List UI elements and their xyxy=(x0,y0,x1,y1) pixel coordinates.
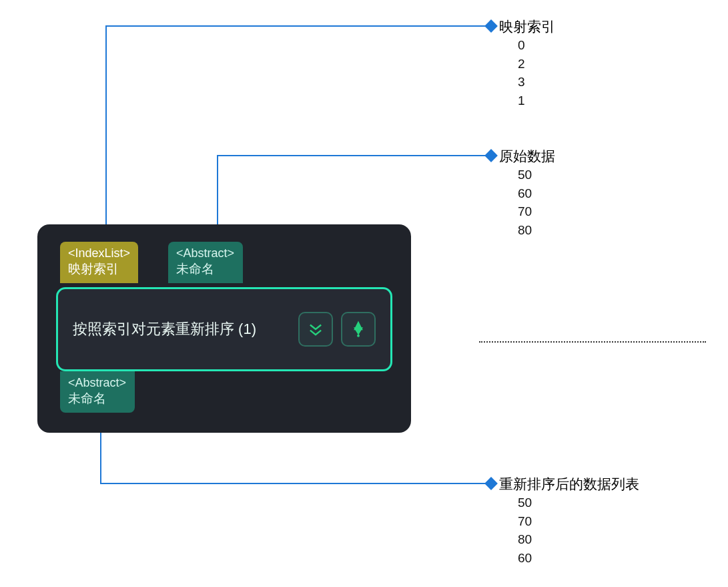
svg-point-2 xyxy=(357,335,360,337)
node-title: 按照索引对元素重新排序 (1) xyxy=(73,319,290,339)
output-tab-abstract[interactable]: <Abstract> 未命名 xyxy=(60,371,135,413)
connector-line xyxy=(105,25,107,241)
input-tab-type: <Abstract> xyxy=(176,246,235,261)
double-chevron-down-icon xyxy=(307,321,324,338)
diamond-marker-icon xyxy=(484,19,498,33)
callout-value: 1 xyxy=(518,91,555,110)
input-tab-type: <IndexList> xyxy=(68,246,130,261)
callout-value: 70 xyxy=(518,202,555,221)
callout-source: 原始数据 50 60 70 80 xyxy=(499,147,555,239)
callout-value: 50 xyxy=(518,166,555,184)
arrow-down-icon xyxy=(350,321,367,338)
connector-line xyxy=(105,25,490,27)
callout-value: 70 xyxy=(518,512,639,531)
callout-values: 0 2 3 1 xyxy=(518,36,555,110)
callout-value: 50 xyxy=(518,494,639,512)
input-tab-index-list[interactable]: <IndexList> 映射索引 xyxy=(60,242,138,283)
callout-value: 60 xyxy=(518,549,639,568)
output-tab-label: 未命名 xyxy=(68,391,127,407)
callout-values: 50 70 80 60 xyxy=(518,494,639,567)
diamond-marker-icon xyxy=(484,477,498,490)
callout-values: 50 60 70 80 xyxy=(518,166,555,239)
connector-line xyxy=(100,483,490,484)
callout-heading: 重新排序后的数据列表 xyxy=(499,475,639,494)
node-panel: <IndexList> 映射索引 <Abstract> 未命名 按照索引对元素重… xyxy=(37,224,411,433)
connector-line xyxy=(217,155,490,156)
diagram-canvas: <IndexList> 映射索引 <Abstract> 未命名 按照索引对元素重… xyxy=(0,0,728,587)
run-icon-button[interactable] xyxy=(341,312,376,347)
svg-marker-1 xyxy=(355,328,362,333)
expand-icon-button[interactable] xyxy=(298,312,333,347)
input-tab-label: 未命名 xyxy=(176,261,235,278)
input-tab-abstract[interactable]: <Abstract> 未命名 xyxy=(168,242,243,283)
callout-value: 3 xyxy=(518,73,555,91)
callout-heading: 原始数据 xyxy=(499,147,555,166)
output-tab-type: <Abstract> xyxy=(68,375,127,391)
input-tab-label: 映射索引 xyxy=(68,261,130,278)
callout-value: 80 xyxy=(518,221,555,240)
callout-heading: 映射索引 xyxy=(499,17,555,36)
callout-value: 2 xyxy=(518,55,555,73)
callout-value: 0 xyxy=(518,36,555,55)
node-main-bar[interactable]: 按照索引对元素重新排序 (1) xyxy=(56,287,392,371)
callout-value: 80 xyxy=(518,530,639,549)
diamond-marker-icon xyxy=(484,149,498,162)
callout-value: 60 xyxy=(518,184,555,203)
divider xyxy=(479,341,706,343)
callout-result: 重新排序后的数据列表 50 70 80 60 xyxy=(499,475,639,567)
callout-index: 映射索引 0 2 3 1 xyxy=(499,17,555,110)
